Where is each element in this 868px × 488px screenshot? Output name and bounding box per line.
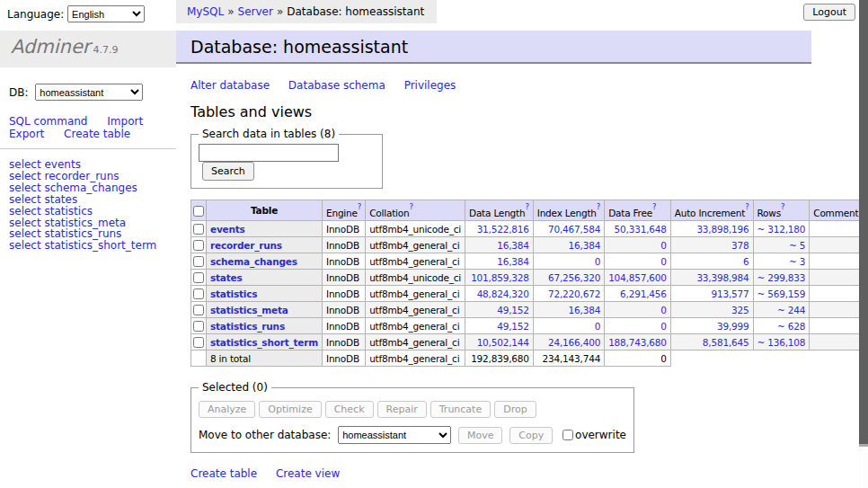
data-free-link[interactable]: 6,291,456 [620, 288, 667, 299]
data-length-link[interactable]: 16,384 [497, 240, 529, 251]
index-length-link[interactable]: 16,384 [569, 240, 601, 251]
search-input[interactable] [199, 144, 339, 162]
index-length-link[interactable]: 16,384 [569, 305, 601, 315]
select-link-statistics-meta[interactable]: select [9, 217, 41, 229]
alter-database-link[interactable]: Alter database [190, 79, 270, 92]
import-link[interactable]: Import [107, 115, 143, 128]
check-button[interactable]: Check [325, 401, 374, 418]
data-length-link[interactable]: 48,824,320 [477, 288, 529, 299]
sidebar-table-link-states[interactable]: states [44, 193, 77, 206]
column-help-link-data-length[interactable]: ? [525, 202, 528, 211]
data-length-link[interactable]: 10,502,144 [477, 337, 529, 348]
index-length-link[interactable]: 72,220,672 [548, 288, 600, 299]
rows-count-link[interactable]: ~ 299,833 [757, 272, 806, 283]
column-help-link-engine[interactable]: ? [358, 202, 361, 211]
breadcrumb-server-link[interactable]: Server [238, 5, 273, 18]
sidebar-table-link-events[interactable]: events [44, 158, 80, 171]
auto-increment-link[interactable]: 39,999 [717, 321, 749, 332]
copy-button[interactable]: Copy [509, 427, 553, 444]
row-checkbox-events[interactable] [193, 224, 204, 235]
rows-count-link[interactable]: ~ 244 [777, 305, 805, 315]
app-name[interactable]: Adminer [11, 36, 90, 58]
rows-count-link[interactable]: ~ 5 [789, 240, 805, 251]
scrollbar-thumb[interactable] [859, 0, 868, 444]
auto-increment-link[interactable]: 6 [743, 256, 748, 267]
breadcrumb-mysql-link[interactable]: MySQL [187, 5, 224, 18]
index-length-link[interactable]: 67,256,320 [548, 272, 600, 283]
table-link-events[interactable]: events [210, 224, 245, 235]
index-length-link[interactable]: 70,467,584 [548, 224, 600, 235]
auto-increment-link[interactable]: 913,577 [711, 288, 748, 299]
rows-count-link[interactable]: ~ 136,108 [757, 337, 806, 348]
rows-count-link[interactable]: ~ 312,180 [757, 224, 806, 235]
table-link-states[interactable]: states [210, 272, 243, 283]
sidebar-table-link-schema-changes[interactable]: schema_changes [44, 182, 137, 194]
select-link-statistics[interactable]: select [9, 205, 41, 217]
column-help-link-auto-increment[interactable]: ? [745, 202, 748, 211]
rows-count-link[interactable]: ~ 569,159 [757, 288, 806, 299]
rows-count-link[interactable]: ~ 628 [777, 321, 805, 332]
data-free-link[interactable]: 0 [660, 240, 666, 251]
drop-button[interactable]: Drop [494, 401, 536, 418]
export-link[interactable]: Export [9, 128, 44, 140]
select-link-events[interactable]: select [9, 158, 41, 171]
data-length-link[interactable]: 49,152 [497, 321, 529, 332]
data-free-link[interactable]: 50,331,648 [615, 224, 667, 235]
create-view-link[interactable]: Create view [276, 467, 340, 480]
table-link-statistics-short-term[interactable]: statistics_short_term [210, 337, 318, 348]
sidebar-table-link-statistics-runs[interactable]: statistics_runs [44, 227, 121, 240]
index-length-link[interactable]: 0 [595, 321, 600, 332]
column-help-link-rows[interactable]: ? [781, 202, 784, 211]
index-length-link[interactable]: 0 [595, 256, 600, 267]
search-button[interactable]: Search [202, 162, 254, 181]
scrollbar[interactable] [859, 0, 868, 488]
repair-button[interactable]: Repair [377, 401, 427, 418]
row-checkbox-statistics[interactable] [193, 288, 204, 299]
row-checkbox-statistics-meta[interactable] [193, 305, 204, 315]
move-button[interactable]: Move [458, 427, 503, 444]
row-checkbox-statistics-short-term[interactable] [193, 337, 204, 348]
table-link-statistics-meta[interactable]: statistics_meta [210, 305, 288, 315]
column-help-link-data-free[interactable]: ? [652, 202, 656, 211]
data-length-link[interactable]: 16,384 [497, 256, 529, 267]
sidebar-table-link-recorder-runs[interactable]: recorder_runs [44, 170, 119, 182]
data-free-link[interactable]: 188,743,680 [608, 337, 667, 348]
row-checkbox-recorder-runs[interactable] [193, 240, 204, 251]
auto-increment-link[interactable]: 8,581,645 [703, 337, 749, 348]
column-help-link-collation[interactable]: ? [409, 202, 412, 211]
data-free-link[interactable]: 104,857,600 [608, 272, 667, 283]
auto-increment-link[interactable]: 33,398,984 [696, 272, 748, 283]
optimize-button[interactable]: Optimize [259, 401, 321, 418]
privileges-link[interactable]: Privileges [404, 79, 456, 92]
row-checkbox-schema-changes[interactable] [193, 256, 204, 267]
rows-count-link[interactable]: ~ 3 [789, 256, 805, 267]
logout-button[interactable]: Logout [803, 4, 855, 21]
select-link-statistics-runs[interactable]: select [9, 227, 41, 240]
data-length-link[interactable]: 31,522,816 [477, 224, 529, 235]
data-length-link[interactable]: 101,859,328 [471, 272, 529, 283]
index-length-link[interactable]: 24,166,400 [548, 337, 600, 348]
select-all-checkbox[interactable] [193, 206, 204, 217]
row-checkbox-statistics-runs[interactable] [193, 321, 204, 332]
sidebar-table-link-statistics[interactable]: statistics [44, 205, 93, 217]
select-link-states[interactable]: select [9, 193, 41, 206]
database-schema-link[interactable]: Database schema [288, 79, 385, 92]
data-free-link[interactable]: 0 [660, 305, 666, 315]
sidebar-table-link-statistics-short-term[interactable]: statistics_short_term [44, 239, 156, 252]
create-table-sidebar-link[interactable]: Create table [64, 128, 130, 140]
data-length-link[interactable]: 49,152 [497, 305, 529, 315]
row-checkbox-states[interactable] [193, 272, 204, 283]
overwrite-checkbox[interactable] [562, 430, 573, 440]
db-select[interactable]: homeassistant [35, 84, 143, 101]
create-table-link[interactable]: Create table [190, 467, 257, 480]
table-link-statistics-runs[interactable]: statistics_runs [210, 321, 285, 332]
auto-increment-link[interactable]: 33,898,196 [696, 224, 748, 235]
move-database-select[interactable]: homeassistant [338, 426, 451, 444]
data-free-link[interactable]: 0 [660, 321, 666, 332]
column-help-link-index-length[interactable]: ? [597, 202, 600, 211]
table-link-schema-changes[interactable]: schema_changes [210, 256, 297, 267]
select-link-schema-changes[interactable]: select [9, 182, 41, 194]
table-link-statistics[interactable]: statistics [210, 288, 257, 299]
data-free-link[interactable]: 0 [660, 256, 666, 267]
sidebar-table-link-statistics-meta[interactable]: statistics_meta [44, 217, 126, 229]
